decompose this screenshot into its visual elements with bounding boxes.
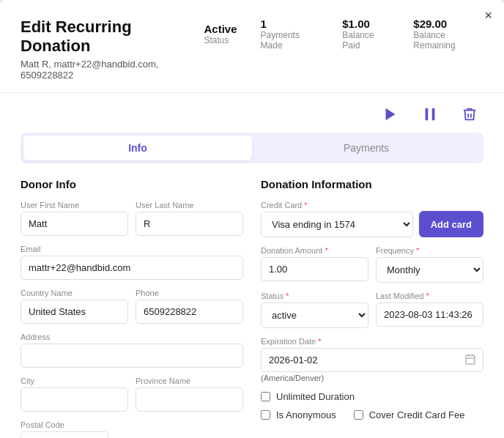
province-group: Province Name — [136, 376, 243, 412]
city-label: City — [21, 376, 128, 385]
country-input[interactable] — [21, 300, 128, 324]
last-name-input[interactable] — [136, 212, 243, 236]
first-name-group: User First Name — [21, 201, 128, 236]
modal-stats: Active Status 1 Payments Made $1.00 Bala… — [204, 18, 483, 51]
svg-rect-1 — [426, 108, 429, 121]
donor-info-title: Donor Info — [21, 178, 243, 190]
email-input[interactable] — [21, 256, 243, 280]
stat-payments-made: 1 Payments Made — [261, 18, 319, 51]
close-icon-button[interactable]: × — [484, 9, 492, 22]
is-anonymous-checkbox[interactable] — [261, 410, 270, 420]
credit-card-row: Credit Card * Visa ending in 1574 Add ca… — [261, 201, 483, 237]
tab-payments[interactable]: Payments — [252, 136, 481, 160]
credit-card-select[interactable]: Visa ending in 1574 — [261, 212, 413, 237]
tab-info[interactable]: Info — [23, 136, 252, 160]
stat-status: Active Status — [204, 23, 237, 45]
cover-credit-card-fee-row: Cover Credit Card Fee — [354, 409, 465, 420]
last-modified-group: Last Modified * — [376, 292, 483, 328]
province-input[interactable] — [136, 387, 243, 412]
status-label: Status * — [261, 292, 368, 300]
address-group: Address — [21, 333, 243, 368]
unlimited-duration-checkbox[interactable] — [261, 392, 270, 401]
expiration-date-group: Expiration Date * (America/Denver) — [261, 337, 483, 382]
first-name-input[interactable] — [21, 212, 128, 236]
country-group: Country Name — [21, 289, 128, 324]
amount-frequency-row: Donation Amount * Frequency * Monthly — [261, 246, 483, 283]
province-label: Province Name — [136, 376, 243, 385]
last-modified-label: Last Modified * — [376, 292, 483, 300]
donation-info-section: Donation Information Credit Card * Visa … — [261, 178, 483, 438]
frequency-label: Frequency * — [376, 246, 483, 255]
stat-balance-paid: $1.00 Balance Paid — [342, 18, 390, 51]
unlimited-duration-row: Unlimited Duration — [261, 391, 483, 402]
frequency-select[interactable]: Monthly — [376, 257, 483, 283]
donor-info-section: Donor Info User First Name User Last Nam… — [21, 178, 243, 438]
svg-marker-0 — [386, 108, 396, 121]
toolbar — [0, 93, 504, 133]
delete-button[interactable] — [456, 102, 483, 127]
donation-amount-input[interactable] — [261, 257, 368, 281]
country-label: Country Name — [21, 289, 128, 297]
expiration-date-input[interactable] — [261, 348, 483, 372]
status-group: Status * active — [261, 292, 368, 328]
edit-recurring-donation-modal: × Edit Recurring Donation Matt R, mattr+… — [0, 0, 504, 438]
modal-subtitle: Matt R, mattr+22@handbid.com, 6509228822 — [21, 59, 204, 81]
credit-card-group: Credit Card * Visa ending in 1574 — [261, 201, 413, 237]
tabs: Info Payments — [21, 133, 483, 163]
donation-amount-label: Donation Amount * — [261, 246, 368, 255]
svg-rect-2 — [432, 108, 435, 121]
add-card-button[interactable]: Add card — [419, 211, 483, 237]
play-button[interactable] — [377, 102, 404, 127]
frequency-group: Frequency * Monthly — [376, 246, 483, 283]
stat-balance-remaining: $29.00 Balance Remaining — [413, 18, 483, 51]
double-checkbox-row: Is Anonymous Cover Credit Card Fee — [261, 409, 483, 420]
last-modified-input[interactable] — [376, 302, 483, 327]
city-group: City — [21, 376, 128, 412]
phone-input[interactable] — [136, 300, 243, 324]
cover-credit-card-fee-checkbox[interactable] — [354, 410, 363, 420]
donation-info-title: Donation Information — [261, 178, 483, 190]
city-input[interactable] — [21, 387, 128, 412]
postal-label: Postal Code — [21, 420, 108, 429]
phone-group: Phone — [136, 289, 243, 324]
donation-amount-group: Donation Amount * — [261, 246, 368, 283]
calendar-icon — [464, 353, 476, 367]
svg-rect-3 — [466, 355, 475, 364]
is-anonymous-label: Is Anonymous — [276, 409, 336, 420]
phone-label: Phone — [136, 289, 243, 297]
status-select[interactable]: active — [261, 302, 368, 328]
title-block: Edit Recurring Donation Matt R, mattr+22… — [21, 18, 204, 81]
credit-card-label: Credit Card * — [261, 201, 413, 209]
pause-button[interactable] — [416, 102, 444, 127]
address-input[interactable] — [21, 344, 243, 368]
expiration-date-label: Expiration Date * — [261, 337, 483, 346]
country-phone-row: Country Name Phone — [21, 289, 243, 324]
email-group: Email — [21, 245, 243, 280]
status-modified-row: Status * active Last Modified * — [261, 292, 483, 328]
is-anonymous-row: Is Anonymous — [261, 409, 336, 420]
city-province-row: City Province Name — [21, 376, 243, 412]
postal-group: Postal Code — [21, 420, 108, 438]
expiration-timezone: (America/Denver) — [261, 374, 483, 382]
form-area: Donor Info User First Name User Last Nam… — [0, 178, 504, 438]
first-name-label: User First Name — [21, 201, 128, 209]
last-name-label: User Last Name — [136, 201, 243, 209]
last-name-group: User Last Name — [136, 201, 243, 236]
email-label: Email — [21, 245, 243, 253]
address-label: Address — [21, 333, 243, 341]
modal-header: Edit Recurring Donation Matt R, mattr+22… — [0, 0, 504, 93]
name-row: User First Name User Last Name — [21, 201, 243, 236]
unlimited-duration-label: Unlimited Duration — [276, 391, 355, 402]
modal-title: Edit Recurring Donation — [21, 18, 204, 56]
postal-input[interactable] — [21, 431, 108, 438]
cover-credit-card-fee-label: Cover Credit Card Fee — [369, 409, 465, 420]
